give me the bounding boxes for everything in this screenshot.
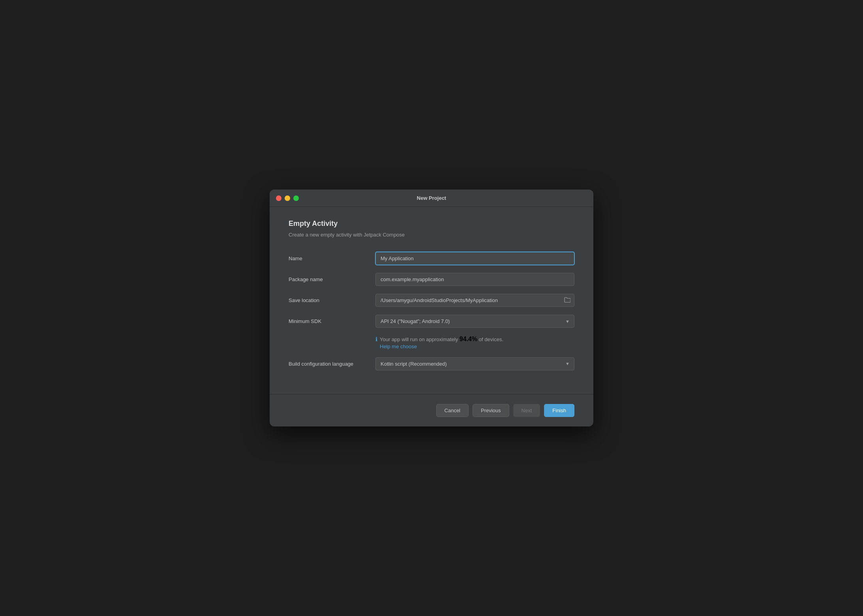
minimum-sdk-label: Minimum SDK: [289, 318, 375, 324]
name-input[interactable]: [375, 252, 574, 265]
section-subtitle: Create a new empty activity with Jetpack…: [289, 232, 574, 238]
window-title: New Project: [417, 195, 446, 201]
minimum-sdk-select[interactable]: API 24 ("Nougat"; Android 7.0) API 23 ("…: [375, 315, 574, 328]
build-config-row: Build configuration language Kotlin scri…: [289, 357, 574, 370]
build-config-label: Build configuration language: [289, 361, 375, 367]
name-label: Name: [289, 255, 375, 261]
sdk-info-prefix: Your app will run on approximately: [380, 336, 460, 342]
info-icon: ℹ: [375, 336, 377, 342]
package-label: Package name: [289, 276, 375, 282]
name-row: Name: [289, 252, 574, 265]
save-location-label: Save location: [289, 297, 375, 303]
help-me-choose-link[interactable]: Help me choose: [380, 344, 503, 349]
package-input[interactable]: [375, 273, 574, 286]
main-content: Empty Activity Create a new empty activi…: [270, 207, 593, 370]
sdk-percentage: 94.4%: [460, 336, 477, 342]
titlebar: New Project: [270, 190, 593, 207]
finish-button[interactable]: Finish: [544, 404, 574, 417]
new-project-window: New Project Empty Activity Create a new …: [270, 190, 593, 426]
sdk-info-text: Your app will run on approximately 94.4%…: [380, 336, 503, 349]
save-location-input[interactable]: [375, 294, 574, 307]
sdk-info-suffix: of devices.: [477, 336, 503, 342]
close-button[interactable]: [276, 195, 281, 201]
footer: Cancel Previous Next Finish: [270, 394, 593, 426]
section-title: Empty Activity: [289, 220, 574, 228]
maximize-button[interactable]: [293, 195, 299, 201]
cancel-button[interactable]: Cancel: [436, 404, 469, 417]
next-button[interactable]: Next: [513, 404, 540, 417]
build-config-select-wrapper: Kotlin script (Recommended) Groovy DSL ▼: [375, 357, 574, 370]
sdk-info-row: ℹ Your app will run on approximately 94.…: [375, 336, 574, 349]
package-row: Package name: [289, 273, 574, 286]
previous-button[interactable]: Previous: [473, 404, 509, 417]
window-controls: [276, 195, 299, 201]
minimum-sdk-row: Minimum SDK API 24 ("Nougat"; Android 7.…: [289, 315, 574, 328]
minimize-button[interactable]: [285, 195, 290, 201]
minimum-sdk-select-wrapper: API 24 ("Nougat"; Android 7.0) API 23 ("…: [375, 315, 574, 328]
build-config-select[interactable]: Kotlin script (Recommended) Groovy DSL: [375, 357, 574, 370]
save-location-row: Save location: [289, 294, 574, 307]
name-input-wrapper: [375, 252, 574, 265]
save-location-input-wrapper: [375, 294, 574, 307]
package-input-wrapper: [375, 273, 574, 286]
folder-browse-button[interactable]: [563, 296, 571, 304]
